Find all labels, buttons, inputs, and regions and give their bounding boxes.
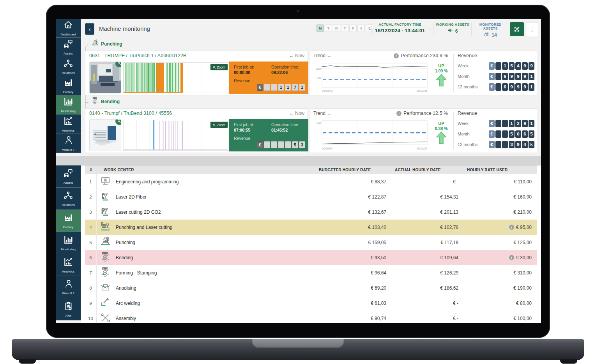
assets-icon: [63, 168, 73, 180]
day-button-0[interactable]: M: [317, 25, 324, 32]
sidebar-item-label: Analytics: [62, 270, 74, 273]
table-row-assembly[interactable]: 10 Assembly € 90,74 € - € 100,00: [85, 311, 537, 323]
table-row-laser-cutting-2d-co2[interactable]: 3 CO2Laser cutting 2D CO2 € 132,67 € 201…: [85, 204, 537, 220]
more-menu-button[interactable]: ⋮: [526, 22, 538, 37]
budgeted-rate: € 122,87: [316, 189, 392, 204]
sidebar-item-relations[interactable]: Relations: [56, 188, 81, 210]
zoom-button[interactable]: Zoom: [210, 121, 228, 128]
digit-tile: 6: [502, 83, 508, 91]
col-header-workcenter: WORK CENTER: [97, 168, 316, 172]
budgeted-rate: € 61,03: [316, 295, 392, 311]
digit-tile: 9: [522, 62, 528, 70]
row-number: 3: [85, 204, 97, 220]
expand-arrows-icon: [513, 26, 520, 33]
digit-tile: 1: [299, 84, 305, 91]
section-header-bending: → CNC Bending: [84, 98, 120, 106]
digit-tile: 1: [529, 83, 534, 91]
up-value: 1.09 %: [432, 69, 450, 73]
operation-time-value: 01:45:52: [271, 128, 299, 132]
used-rate: € 125,00: [464, 235, 537, 250]
monitoring-pane: ‹ Machine monitoring MTWTFSS ← ACTUAL FA…: [81, 19, 541, 156]
machine-title[interactable]: 0631 - TRUMPF / TruPunch 1 / A0060D122B: [89, 53, 186, 58]
blank-tile: [495, 62, 501, 70]
col-header-budgeted: BUDGETED HOURLY RATE: [316, 168, 392, 172]
digit-tile: 6: [502, 73, 508, 80]
digit-tile: 4: [515, 62, 521, 70]
day-button-4[interactable]: F: [349, 25, 357, 32]
svg-text:CNC: CNC: [93, 97, 97, 99]
sidebar-item-label: Monitoring: [61, 248, 75, 251]
info-icon[interactable]: i: [396, 111, 401, 116]
laptop-hinge-notch: [252, 339, 344, 348]
table-header: # WORK CENTER BUDGETED HOURLY RATE ACTUA…: [85, 165, 537, 174]
sidebar-item-dashboard[interactable]: Dashboard: [56, 19, 81, 38]
table-row-laser-2d-fiber[interactable]: 2 FIBLaser 2D Fiber € 122,87 € 154,31 € …: [85, 189, 537, 205]
machine-photo[interactable]: [89, 62, 121, 93]
horizontal-scrollbar[interactable]: [56, 156, 541, 165]
performance-text: Performance 12.5 %: [403, 111, 448, 116]
sidebar-item-factory[interactable]: Factory: [56, 76, 81, 95]
table-row-anodising[interactable]: 8 Anodising € 69,20 € 186,62 € 190,00: [85, 280, 537, 296]
relations-icon: [63, 190, 73, 202]
sidebar-item-monitoring[interactable]: Monitoring: [56, 232, 81, 254]
svg-text:CNC: CNC: [102, 267, 108, 269]
info-icon[interactable]: i: [394, 53, 399, 58]
info-icon[interactable]: i: [509, 225, 514, 230]
used-rate: i€ 30,00: [464, 250, 537, 265]
whatif-icon: [63, 279, 73, 290]
monitored-assets-label: MONITORED ASSETS: [472, 23, 508, 30]
euro-tile: €: [489, 73, 495, 80]
table-row-engineering-and-programming[interactable]: 1 Engineering and programming € 88,37 € …: [85, 174, 537, 190]
blank-tile: [502, 130, 508, 138]
table-row-bending[interactable]: 6 CNCBending € 93,50 € 109,64 i€ 30,00: [85, 250, 537, 266]
used-rate: € 110,00: [464, 174, 537, 189]
factory-time-block: ACTUAL FACTORY TIME 16/12/2024 - 13:44:0…: [374, 23, 426, 33]
used-rate-value: € 80,00: [516, 301, 532, 306]
trend-chart: 10016/09/2409/12/24: [312, 119, 429, 152]
punch-laser-icon: CO: [100, 221, 111, 234]
back-button[interactable]: ‹: [85, 23, 94, 35]
up-value: 0.38 %: [432, 126, 450, 131]
sidebar-item-what-if[interactable]: What if ?: [56, 276, 81, 298]
actual-rate: € -: [392, 295, 464, 311]
machine-photo[interactable]: [89, 119, 121, 151]
table-row-punching[interactable]: 5 CNCPunching € 159,05 € 117,18 € 125,00: [85, 235, 537, 250]
digit-tile: 9: [509, 73, 515, 80]
zoom-button[interactable]: Zoom: [210, 64, 228, 70]
sidebar-item-assets[interactable]: Assets: [56, 165, 81, 188]
whatif-icon: [63, 135, 73, 147]
date-prev-arrow[interactable]: ←: [368, 26, 374, 32]
machine-title[interactable]: 0140 - Trumpf / TruBend 3100 / 45556: [89, 111, 172, 116]
revenue-counter: €15499: [489, 62, 534, 70]
budgeted-rate: € 93,50: [316, 250, 392, 265]
weekday-selector: MTWTFSS: [317, 25, 373, 32]
day-button-3[interactable]: T: [341, 25, 348, 32]
fullscreen-button[interactable]: [510, 22, 524, 36]
bending-icon: CNC: [100, 251, 111, 264]
table-row-forming-stamping[interactable]: 7 CNCForming - Stamping € 96,64 € 126,29…: [85, 265, 537, 281]
used-rate-value: € 125,00: [513, 240, 532, 245]
date-next-arrow[interactable]: →: [427, 26, 433, 32]
svg-text:16/09/24: 16/09/24: [322, 90, 332, 92]
row-number: 4: [85, 220, 97, 235]
sidebar-item-what-if[interactable]: What if ?: [56, 134, 81, 153]
sidebar-item-analytics[interactable]: Analytics: [56, 114, 81, 134]
day-button-2[interactable]: W: [333, 25, 340, 32]
sidebar-item-factory[interactable]: Factory: [56, 210, 81, 232]
sidebar-item-relations[interactable]: Relations: [56, 57, 81, 76]
trend-header: Trend →: [313, 111, 331, 116]
sidebar-item-analytics[interactable]: Analytics: [56, 254, 81, 276]
table-row-punching-and-laser-cutting[interactable]: 4 COPunching and Laser cutting € 103,40 …: [85, 220, 537, 235]
sidebar-item-jobs[interactable]: Jobs: [56, 298, 81, 320]
info-icon[interactable]: i: [509, 255, 514, 260]
sidebar-item-monitoring[interactable]: Monitoring: [56, 95, 81, 114]
budgeted-rate: € 96,64: [316, 265, 392, 280]
day-button-5[interactable]: S: [357, 25, 365, 32]
day-button-1[interactable]: T: [325, 25, 332, 32]
digit-tile: 6: [522, 130, 528, 138]
actual-rate: € 201,13: [392, 204, 464, 220]
trend-header: Trend →: [313, 53, 331, 58]
sidebar-item-assets[interactable]: Assets: [56, 38, 81, 57]
table-row-arc-welding[interactable]: 9 Arc welding € 61,03 € - € 80,00: [85, 295, 537, 311]
now-indicator: ← Now: [289, 53, 304, 58]
